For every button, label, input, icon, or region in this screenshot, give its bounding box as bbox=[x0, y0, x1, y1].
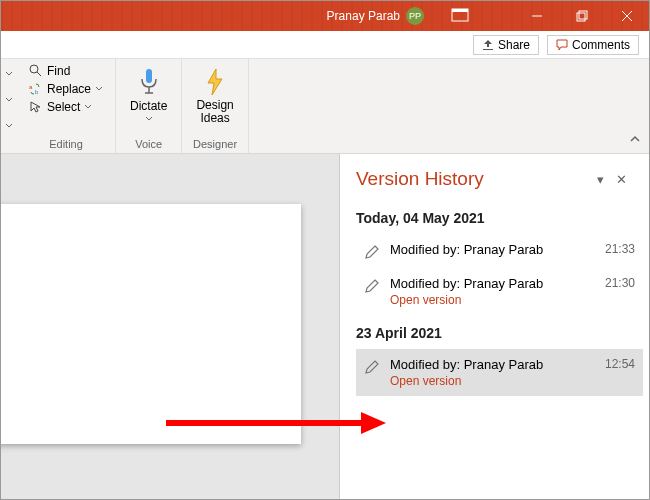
window-buttons bbox=[514, 1, 649, 31]
dropdown-2[interactable] bbox=[5, 90, 13, 108]
replace-button[interactable]: ab Replace bbox=[25, 81, 107, 97]
pane-header: Version History ▾ ✕ bbox=[340, 154, 649, 200]
chevron-down-icon bbox=[145, 115, 153, 123]
ribbon: Find ab Replace Select Editing Dictate V… bbox=[1, 59, 649, 154]
pane-options-button[interactable]: ▾ bbox=[591, 172, 610, 187]
svg-rect-11 bbox=[146, 69, 152, 83]
slide-canvas[interactable] bbox=[1, 154, 339, 499]
replace-icon: ab bbox=[29, 82, 43, 96]
pencil-icon bbox=[364, 244, 380, 260]
lightning-icon bbox=[202, 67, 228, 97]
pane-title: Version History bbox=[356, 168, 591, 190]
voice-group: Dictate Voice bbox=[116, 59, 182, 153]
date-group: Today, 04 May 2021 bbox=[356, 210, 643, 226]
sharebar: Share Comments bbox=[1, 31, 649, 59]
design-ideas-button[interactable]: Design Ideas bbox=[190, 63, 239, 129]
svg-line-8 bbox=[37, 72, 41, 76]
open-version-link[interactable]: Open version bbox=[390, 293, 635, 307]
version-history-pane: Version History ▾ ✕ Today, 04 May 2021Mo… bbox=[339, 154, 649, 499]
chevron-down-icon bbox=[95, 85, 103, 93]
close-button[interactable] bbox=[604, 1, 649, 31]
designer-label: Designer bbox=[193, 138, 237, 153]
ribbon-display-button[interactable] bbox=[451, 8, 469, 25]
chevron-down-icon bbox=[84, 103, 92, 111]
find-button[interactable]: Find bbox=[25, 63, 107, 79]
cursor-icon bbox=[29, 100, 43, 114]
version-item[interactable]: Modified by: Pranay Parab21:30Open versi… bbox=[356, 268, 643, 315]
share-button[interactable]: Share bbox=[473, 35, 539, 55]
designer-group: Design Ideas Designer bbox=[182, 59, 248, 153]
dropdown-3[interactable] bbox=[5, 116, 13, 134]
search-icon bbox=[29, 64, 43, 78]
modified-by-label: Modified by: Pranay Parab bbox=[390, 357, 543, 372]
main-area: Version History ▾ ✕ Today, 04 May 2021Mo… bbox=[1, 154, 649, 499]
version-item[interactable]: Modified by: Pranay Parab12:54Open versi… bbox=[356, 349, 643, 396]
titlebar: Pranay Parab PP bbox=[1, 1, 649, 31]
pane-close-button[interactable]: ✕ bbox=[610, 172, 633, 187]
editing-group: Find ab Replace Select Editing bbox=[17, 59, 116, 153]
version-item[interactable]: Modified by: Pranay Parab21:33 bbox=[356, 234, 643, 268]
pencil-icon bbox=[364, 359, 380, 375]
voice-label: Voice bbox=[135, 138, 162, 153]
select-button[interactable]: Select bbox=[25, 99, 107, 115]
collapse-ribbon-button[interactable] bbox=[629, 131, 641, 149]
svg-rect-3 bbox=[577, 13, 585, 21]
date-group: 23 April 2021 bbox=[356, 325, 643, 341]
svg-text:a: a bbox=[29, 84, 33, 90]
minimize-button[interactable] bbox=[514, 1, 559, 31]
open-version-link[interactable]: Open version bbox=[390, 374, 635, 388]
share-icon bbox=[482, 39, 494, 51]
avatar[interactable]: PP bbox=[406, 7, 424, 25]
version-time: 21:33 bbox=[605, 242, 635, 257]
chevron-up-icon bbox=[629, 133, 641, 145]
svg-point-7 bbox=[30, 65, 38, 73]
svg-rect-1 bbox=[452, 9, 468, 12]
slide[interactable] bbox=[1, 204, 301, 444]
version-time: 12:54 bbox=[605, 357, 635, 372]
pane-body: Today, 04 May 2021Modified by: Pranay Pa… bbox=[340, 200, 649, 499]
editing-label: Editing bbox=[49, 138, 83, 153]
title-user[interactable]: Pranay Parab PP bbox=[327, 7, 424, 25]
version-time: 21:30 bbox=[605, 276, 635, 291]
svg-text:b: b bbox=[35, 89, 39, 95]
pencil-icon bbox=[364, 278, 380, 294]
modified-by-label: Modified by: Pranay Parab bbox=[390, 276, 543, 291]
microphone-icon bbox=[136, 67, 162, 97]
svg-rect-4 bbox=[579, 11, 587, 19]
dictate-button[interactable]: Dictate bbox=[124, 63, 173, 127]
dropdown-1[interactable] bbox=[5, 64, 13, 82]
comments-button[interactable]: Comments bbox=[547, 35, 639, 55]
maximize-button[interactable] bbox=[559, 1, 604, 31]
left-dropdowns bbox=[1, 59, 17, 153]
user-name: Pranay Parab bbox=[327, 9, 400, 23]
modified-by-label: Modified by: Pranay Parab bbox=[390, 242, 543, 257]
comment-icon bbox=[556, 39, 568, 51]
